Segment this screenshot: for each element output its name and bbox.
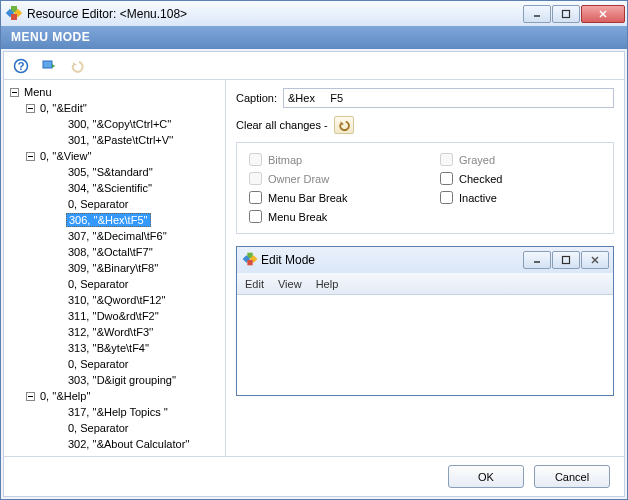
- tree-item-label: 0, Separator: [66, 358, 131, 370]
- tree-item[interactable]: 311, ''Dwo&rd\tF2'': [6, 308, 223, 324]
- tree-item-label: 306, ''&Hex\tF5'': [66, 213, 151, 227]
- tree-item-label: 0, Separator: [66, 422, 131, 434]
- clear-changes-label: Clear all changes -: [236, 119, 328, 131]
- svg-text:?: ?: [18, 60, 25, 72]
- inner-maximize-button[interactable]: [552, 251, 580, 269]
- tree-item[interactable]: 0, ''&Edit'': [6, 100, 223, 116]
- clear-changes-button[interactable]: [334, 116, 354, 134]
- bitmap-checkbox: Bitmap: [249, 153, 410, 166]
- inner-close-button[interactable]: [581, 251, 609, 269]
- tree-item-label: 310, ''&Qword\tF12'': [66, 294, 168, 306]
- tree-item-label: 308, ''&Octal\tF7'': [66, 246, 155, 258]
- tree-item[interactable]: 317, ''&Help Topics '': [6, 404, 223, 420]
- expand-icon[interactable]: [24, 390, 36, 402]
- tree-item[interactable]: 309, ''&Binary\tF8'': [6, 260, 223, 276]
- menu-bar-break-checkbox[interactable]: Menu Bar Break: [249, 191, 410, 204]
- properties-panel: Caption: Clear all changes - Bitmap Gray…: [226, 80, 624, 456]
- owner-draw-checkbox: Owner Draw: [249, 172, 410, 185]
- tree-item-label: 307, ''&Decimal\tF6'': [66, 230, 169, 242]
- inner-window-title: Edit Mode: [261, 253, 522, 267]
- checked-checkbox[interactable]: Checked: [440, 172, 601, 185]
- mode-header: MENU MODE: [1, 26, 627, 49]
- tree-item-label: Menu: [22, 86, 54, 98]
- tree-item[interactable]: 0, Separator: [6, 420, 223, 436]
- tree-item-label: 0, ''&Help'': [38, 390, 93, 402]
- tree-item[interactable]: 308, ''&Octal\tF7'': [6, 244, 223, 260]
- tree-item[interactable]: 304, ''&Scientific'': [6, 180, 223, 196]
- tree-item[interactable]: 307, ''&Decimal\tF6'': [6, 228, 223, 244]
- expand-icon[interactable]: [8, 86, 20, 98]
- inner-menu-item[interactable]: Help: [316, 278, 339, 290]
- menu-tree[interactable]: Menu0, ''&Edit''300, ''&Copy\tCtrl+C''30…: [4, 80, 226, 456]
- minimize-button[interactable]: [523, 5, 551, 23]
- expand-icon[interactable]: [24, 150, 36, 162]
- tree-item[interactable]: 312, ''&Word\tF3'': [6, 324, 223, 340]
- grayed-checkbox: Grayed: [440, 153, 601, 166]
- tree-item-label: 0, Separator: [66, 278, 131, 290]
- inner-minimize-button[interactable]: [523, 251, 551, 269]
- tree-item[interactable]: 303, ''D&igit grouping'': [6, 372, 223, 388]
- edit-mode-window: Edit Mode EditViewHelp: [236, 246, 614, 396]
- content-area: ? Menu0, ''&Edit''300, ''&Copy\tCtrl+C''…: [3, 51, 625, 497]
- inner-body: [237, 295, 613, 395]
- tree-item[interactable]: 300, ''&Copy\tCtrl+C'': [6, 116, 223, 132]
- undo-button[interactable]: [66, 55, 88, 77]
- menu-break-checkbox[interactable]: Menu Break: [249, 210, 410, 223]
- main-window: Resource Editor: <Menu.108> MENU MODE ? …: [0, 0, 628, 500]
- tree-item[interactable]: 301, ''&Paste\tCtrl+V'': [6, 132, 223, 148]
- tree-item-label: 312, ''&Word\tF3'': [66, 326, 155, 338]
- window-title: Resource Editor: <Menu.108>: [27, 7, 522, 21]
- tree-item[interactable]: 313, ''B&yte\tF4'': [6, 340, 223, 356]
- tree-item-label: 0, Separator: [66, 198, 131, 210]
- refresh-button[interactable]: [38, 55, 60, 77]
- svg-rect-6: [43, 61, 52, 68]
- inner-menubar[interactable]: EditViewHelp: [237, 273, 613, 295]
- tree-item[interactable]: 302, ''&About Calculator'': [6, 436, 223, 452]
- tree-item[interactable]: 310, ''&Qword\tF12'': [6, 292, 223, 308]
- tree-item-label: 311, ''Dwo&rd\tF2'': [66, 310, 161, 322]
- inner-menu-item[interactable]: View: [278, 278, 302, 290]
- tree-item[interactable]: 0, ''&View'': [6, 148, 223, 164]
- tree-item-label: 301, ''&Paste\tCtrl+V'': [66, 134, 175, 146]
- tree-item-label: 305, ''S&tandard'': [66, 166, 155, 178]
- caption-input[interactable]: [283, 88, 614, 108]
- app-icon: [7, 6, 23, 22]
- cancel-button[interactable]: Cancel: [534, 465, 610, 488]
- tree-item[interactable]: 0, ''&Help'': [6, 388, 223, 404]
- tree-item-label: 313, ''B&yte\tF4'': [66, 342, 151, 354]
- help-button[interactable]: ?: [10, 55, 32, 77]
- tree-item-label: 317, ''&Help Topics '': [66, 406, 170, 418]
- svg-rect-1: [563, 10, 570, 17]
- maximize-button[interactable]: [552, 5, 580, 23]
- tree-item-label: 309, ''&Binary\tF8'': [66, 262, 160, 274]
- titlebar[interactable]: Resource Editor: <Menu.108>: [1, 1, 627, 26]
- tree-item-label: 303, ''D&igit grouping'': [66, 374, 178, 386]
- ok-button[interactable]: OK: [448, 465, 524, 488]
- tree-item-label: 0, ''&Edit'': [38, 102, 89, 114]
- tree-item[interactable]: 0, Separator: [6, 356, 223, 372]
- tree-item[interactable]: Menu: [6, 84, 223, 100]
- tree-item-label: 302, ''&About Calculator'': [66, 438, 192, 450]
- tree-item-label: 0, ''&View'': [38, 150, 94, 162]
- expand-icon[interactable]: [24, 102, 36, 114]
- tree-item-label: 300, ''&Copy\tCtrl+C'': [66, 118, 173, 130]
- tree-item[interactable]: 306, ''&Hex\tF5'': [6, 212, 223, 228]
- inner-menu-item[interactable]: Edit: [245, 278, 264, 290]
- close-button[interactable]: [581, 5, 625, 23]
- svg-rect-16: [563, 257, 570, 264]
- footer: OK Cancel: [4, 456, 624, 496]
- toolbar: ?: [4, 52, 624, 80]
- tree-item[interactable]: 0, Separator: [6, 276, 223, 292]
- inner-titlebar[interactable]: Edit Mode: [237, 247, 613, 273]
- tree-item[interactable]: 305, ''S&tandard'': [6, 164, 223, 180]
- app-icon: [243, 252, 257, 268]
- tree-item[interactable]: 0, Separator: [6, 196, 223, 212]
- tree-item-label: 304, ''&Scientific'': [66, 182, 154, 194]
- inactive-checkbox[interactable]: Inactive: [440, 191, 601, 204]
- caption-label: Caption:: [236, 92, 277, 104]
- options-group: Bitmap Grayed Owner Draw Checked Menu Ba…: [236, 142, 614, 234]
